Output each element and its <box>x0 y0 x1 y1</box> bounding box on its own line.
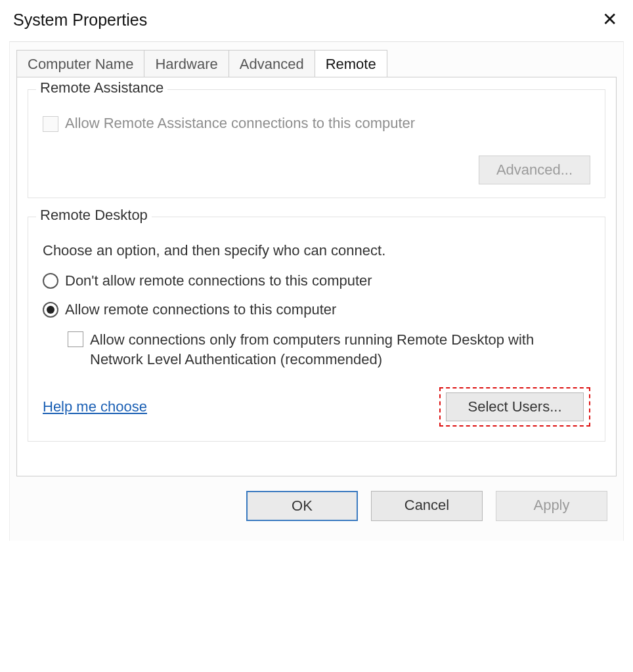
radio-allow-label: Allow remote connections to this compute… <box>65 301 336 318</box>
system-properties-window: System Properties ✕ HYONIX Computer Name… <box>0 0 633 672</box>
tab-advanced[interactable]: Advanced <box>229 50 315 77</box>
allow-remote-assistance-row: Allow Remote Assistance connections to t… <box>43 115 590 132</box>
remote-tab-panel: Remote Assistance Allow Remote Assistanc… <box>16 77 617 476</box>
remote-assistance-buttons: Advanced... <box>43 156 590 184</box>
tab-remote[interactable]: Remote <box>315 50 387 77</box>
client-area: HYONIX Computer Name Hardware Advanced R… <box>9 41 624 541</box>
apply-button: Apply <box>496 491 607 521</box>
radio-deny[interactable] <box>43 273 58 289</box>
nla-row[interactable]: Allow connections only from computers ru… <box>68 330 590 369</box>
remote-assistance-advanced-button: Advanced... <box>479 156 590 184</box>
ok-button[interactable]: OK <box>246 491 358 521</box>
allow-remote-assistance-checkbox <box>43 116 58 132</box>
nla-checkbox[interactable] <box>68 331 83 347</box>
remote-desktop-legend: Remote Desktop <box>36 207 152 224</box>
help-me-choose-link[interactable]: Help me choose <box>43 398 147 415</box>
nla-label: Allow connections only from computers ru… <box>90 330 563 369</box>
radio-allow-row[interactable]: Allow remote connections to this compute… <box>43 301 590 318</box>
remote-desktop-group: Remote Desktop Choose an option, and the… <box>28 217 605 442</box>
close-icon[interactable]: ✕ <box>600 10 620 29</box>
radio-deny-row[interactable]: Don't allow remote connections to this c… <box>43 272 590 289</box>
titlebar: System Properties ✕ <box>0 0 633 36</box>
window-title: System Properties <box>13 10 147 30</box>
allow-remote-assistance-label: Allow Remote Assistance connections to t… <box>65 115 415 132</box>
dialog-button-row: OK Cancel Apply <box>10 476 623 521</box>
tab-computer-name[interactable]: Computer Name <box>16 50 144 77</box>
cancel-button[interactable]: Cancel <box>371 491 483 521</box>
select-users-button[interactable]: Select Users... <box>446 392 584 421</box>
radio-deny-label: Don't allow remote connections to this c… <box>65 272 372 289</box>
remote-assistance-group: Remote Assistance Allow Remote Assistanc… <box>28 89 605 198</box>
radio-allow[interactable] <box>43 302 58 318</box>
remote-desktop-intro: Choose an option, and then specify who c… <box>43 242 590 259</box>
tab-strip: Computer Name Hardware Advanced Remote <box>16 50 623 77</box>
remote-assistance-legend: Remote Assistance <box>36 79 167 96</box>
remote-desktop-bottom-row: Help me choose Select Users... <box>43 387 590 427</box>
select-users-highlight: Select Users... <box>439 387 590 427</box>
tab-hardware[interactable]: Hardware <box>144 50 229 77</box>
